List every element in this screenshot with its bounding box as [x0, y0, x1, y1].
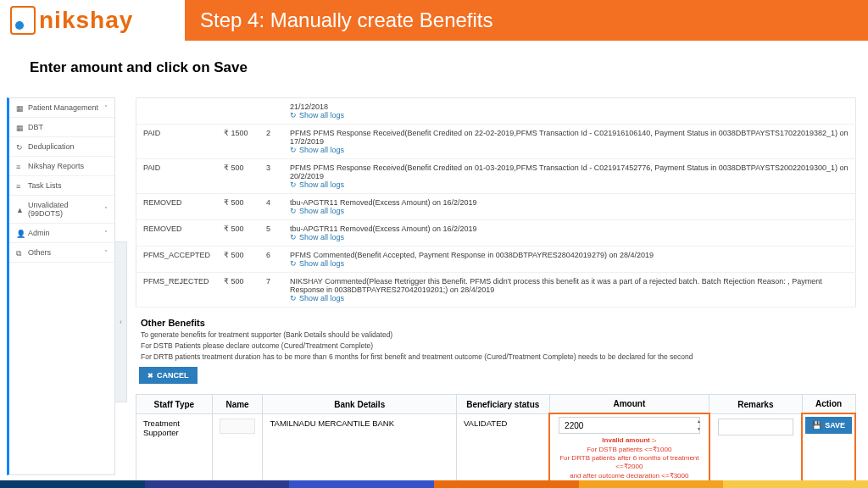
refresh-icon: ↻ [16, 143, 23, 150]
staff-type-cell: Treatment Supporter [136, 413, 213, 484]
log-desc-cell: PFMS Commented(Benefit Accepted, Payment… [283, 247, 855, 273]
amount-cell: ▲▼ Invalid amount :- For DSTB patients <… [549, 413, 709, 484]
log-desc-cell: PFMS PFMS Response Received(Benefit Cred… [283, 159, 855, 194]
sidebar-item-admin[interactable]: 👤Admin˅ [9, 224, 114, 243]
log-amount: ₹ 500 [217, 247, 259, 273]
col-bank: Bank Details [263, 395, 456, 414]
save-button[interactable]: SAVE [805, 417, 852, 434]
grid-icon: ▦ [16, 124, 23, 130]
log-amount: ₹ 500 [217, 273, 259, 308]
log-num: 3 [259, 159, 283, 194]
name-input[interactable] [220, 419, 255, 434]
sidebar-item-unvalidated-99dots-[interactable]: ▲Unvalidated (99DOTS)˅ [9, 196, 114, 224]
log-status: PAID [136, 125, 218, 159]
bank-cell: TAMILNADU MERCANTILE BANK [263, 413, 456, 484]
sidebar-item-label: Task Lists [28, 181, 62, 190]
sidebar-item-others[interactable]: ⧉Others˅ [9, 243, 114, 263]
log-amount [217, 98, 259, 125]
log-amount: ₹ 500 [217, 194, 259, 220]
page-title: Step 4: Manually create Benefits [200, 8, 493, 32]
sidebar-item-label: DBT [28, 123, 43, 131]
log-status: PFMS_REJECTED [136, 273, 218, 308]
show-all-logs-link[interactable]: Show all logs [290, 111, 344, 119]
benefit-row: Treatment Supporter TAMILNADU MERCANTILE… [136, 413, 856, 484]
copy-icon: ⧉ [16, 249, 23, 256]
log-num: 4 [259, 194, 283, 220]
amount-input[interactable] [559, 417, 699, 434]
brand-logo: nikshay [0, 0, 185, 41]
chevron-down-icon: ˅ [104, 249, 108, 257]
col-benstatus: Beneficiary status [456, 395, 549, 414]
sidebar-item-task-lists[interactable]: ≡Task Lists [9, 176, 114, 196]
hint-text: To generate benefits for treatment suppo… [141, 330, 856, 341]
sidebar-item-label: Nikshay Reports [28, 162, 84, 170]
sidebar-item-patient-management[interactable]: ▦Patient Management˅ [9, 98, 114, 118]
chevron-down-icon: ˅ [104, 206, 108, 214]
sidebar: ▦Patient Management˅▦DBT↻Deduplication≡N… [7, 97, 115, 475]
benstatus-cell: VALIDATED [456, 413, 549, 484]
brand-name: nikshay [39, 7, 133, 34]
sidebar-item-dbt[interactable]: ▦DBT [9, 118, 114, 137]
log-status [136, 98, 218, 125]
sidebar-item-label: Patient Management [28, 103, 98, 112]
bars-icon: ≡ [16, 163, 23, 169]
log-status: PFMS_ACCEPTED [136, 247, 218, 273]
show-all-logs-link[interactable]: Show all logs [290, 294, 344, 302]
log-row: PAID₹ 5003PFMS PFMS Response Received(Be… [136, 159, 856, 194]
user-icon: 👤 [16, 230, 23, 236]
benefits-entry-table: Staff Type Name Bank Details Beneficiary… [136, 394, 856, 485]
amount-stepper[interactable]: ▲▼ [697, 418, 701, 433]
show-all-logs-link[interactable]: Show all logs [290, 146, 344, 154]
col-remarks: Remarks [709, 395, 802, 414]
log-num: 5 [259, 220, 283, 247]
col-name: Name [212, 395, 263, 414]
log-desc-cell: tbu-APGTR11 Removed(Excess Amount) on 16… [283, 194, 855, 220]
show-all-logs-link[interactable]: Show all logs [290, 180, 344, 189]
log-status: REMOVED [136, 194, 218, 220]
log-desc-cell: tbu-APGTR11 Removed(Excess Amount) on 16… [283, 220, 855, 247]
log-amount: ₹ 500 [217, 220, 259, 247]
show-all-logs-link[interactable]: Show all logs [290, 233, 344, 241]
name-cell [212, 413, 263, 484]
sidebar-item-label: Deduplication [28, 142, 75, 151]
chevron-down-icon: ˅ [104, 104, 108, 112]
log-num [259, 98, 283, 125]
log-status: REMOVED [136, 220, 218, 247]
show-all-logs-link[interactable]: Show all logs [290, 207, 344, 215]
log-row: REMOVED₹ 5005tbu-APGTR11 Removed(Excess … [136, 220, 856, 247]
log-amount: ₹ 500 [217, 159, 259, 194]
sidebar-item-deduplication[interactable]: ↻Deduplication [9, 137, 114, 157]
log-num: 7 [259, 273, 283, 308]
action-cell: SAVE [802, 413, 855, 484]
log-num: 2 [259, 125, 283, 159]
cancel-button[interactable]: CANCEL [139, 367, 198, 384]
instruction-text: Enter amount and click on Save [0, 41, 868, 85]
phone-icon [10, 6, 36, 35]
col-action: Action [802, 395, 855, 414]
footer-stripe [0, 480, 868, 488]
log-desc-cell: PFMS PFMS Response Received(Benefit Cred… [283, 125, 855, 159]
slide-title-bar: Step 4: Manually create Benefits [185, 0, 868, 41]
log-amount: ₹ 1500 [217, 125, 259, 159]
sidebar-item-label: Admin [28, 229, 50, 237]
show-all-logs-link[interactable]: Show all logs [290, 259, 344, 268]
warning-icon: ▲ [16, 206, 23, 213]
log-row: PFMS_REJECTED₹ 5007NIKSHAY Commented(Ple… [136, 273, 856, 308]
sidebar-item-label: Others [28, 248, 51, 257]
other-benefits-heading: Other Benefits [136, 314, 856, 330]
log-desc-cell: 21/12/2018Show all logs [283, 98, 855, 125]
hint-text: For DSTB Patients please declare outcome… [141, 341, 856, 352]
sidebar-item-nikshay-reports[interactable]: ≡Nikshay Reports [9, 157, 114, 176]
log-row: 21/12/2018Show all logs [136, 98, 856, 125]
log-table: 21/12/2018Show all logsPAID₹ 15002PFMS P… [136, 97, 856, 308]
sidebar-item-label: Unvalidated (99DOTS) [28, 201, 104, 218]
remarks-cell [709, 413, 802, 484]
remarks-input[interactable] [718, 419, 794, 435]
log-desc-cell: NIKSHAY Commented(Please Retrigger this … [283, 273, 855, 308]
log-num: 6 [259, 247, 283, 273]
log-row: PFMS_ACCEPTED₹ 5006PFMS Commented(Benefi… [136, 247, 856, 273]
col-staff: Staff Type [136, 395, 213, 414]
collapse-sidebar-button[interactable]: ‹ [115, 241, 127, 402]
chevron-down-icon: ˅ [104, 230, 108, 237]
log-status: PAID [136, 159, 218, 194]
